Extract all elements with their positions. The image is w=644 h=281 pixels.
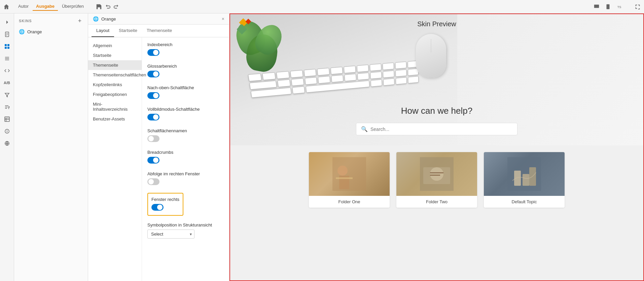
option-glossarbereich-label: Glossarbereich — [147, 64, 224, 69]
preview-search-input[interactable] — [370, 127, 512, 132]
nav-startseite[interactable]: Startseite — [88, 50, 142, 60]
nav-ausgabe[interactable]: Ausgabe — [33, 2, 58, 11]
tab-startseite[interactable]: Startseite — [114, 25, 142, 37]
key — [344, 66, 356, 73]
settings-nav: Allgemein Startseite Themenseite Themens… — [88, 37, 142, 281]
diamond-bottom — [237, 24, 247, 34]
svg-rect-15 — [5, 117, 9, 121]
toggle-schaltflächennamen[interactable] — [147, 135, 159, 142]
svg-rect-34 — [523, 174, 529, 186]
option-breadcrumbs-label: Breadcrumbs — [147, 150, 224, 155]
mouse — [416, 34, 446, 78]
option-abfolge-label: Abfolge im rechten Fenster — [147, 171, 224, 176]
mouse-divider — [431, 39, 431, 52]
skin-tab-icon: 🌐 — [93, 16, 99, 22]
desktop-icon[interactable] — [594, 4, 600, 10]
option-schaltflächennamen-label: Schaltflächennamen — [147, 128, 224, 133]
left-sidebar: A/B — [0, 13, 14, 281]
nav-themenseitenschaltflaechen[interactable]: Themenseitenschaltflächen — [88, 70, 142, 80]
key — [370, 79, 382, 87]
symbolposition-select[interactable]: Select Links Rechts — [147, 230, 194, 239]
expand-icon[interactable] — [635, 4, 641, 10]
preview-search-box: 🔍 — [356, 123, 517, 135]
card-1-svg — [332, 157, 366, 191]
key — [357, 73, 369, 80]
toggle-fenster-rechts[interactable] — [151, 204, 164, 211]
skin-tab-header: 🌐 Orange × — [88, 13, 229, 25]
nav-themenseite[interactable]: Themenseite — [88, 60, 142, 70]
logo-container — [237, 20, 250, 33]
toggle-abfolge[interactable] — [147, 178, 159, 185]
panel-header: SKINS + — [14, 13, 88, 27]
preview-search-icon: 🔍 — [361, 126, 368, 132]
toggle-vollbildmodus[interactable] — [147, 114, 159, 120]
skin-orange-label: Orange — [27, 29, 42, 34]
nav-allgemein[interactable]: Allgemein — [88, 41, 142, 50]
nav-uberprüfen[interactable]: Überprüfen — [59, 2, 87, 11]
sidebar-list-icon[interactable] — [2, 53, 12, 64]
sidebar-layout-icon[interactable] — [2, 41, 12, 52]
add-skin-button[interactable]: + — [76, 17, 83, 24]
sidebar-chevron-icon[interactable] — [2, 17, 12, 28]
key — [344, 74, 356, 81]
sidebar-circle-icon[interactable] — [2, 126, 12, 137]
preview-card-2: Folder Two — [396, 152, 477, 208]
option-indexbereich-label: Indexbereich — [147, 42, 224, 47]
svg-point-2 — [608, 8, 608, 9]
option-fenster-rechts-label: Fenster rechts — [151, 197, 179, 202]
option-fenster-rechts-highlight: Fenster rechts — [147, 193, 183, 216]
svg-rect-26 — [336, 177, 353, 179]
brand-logo — [3, 4, 9, 10]
toggle-indexbereich[interactable] — [147, 49, 159, 56]
preview-logo — [237, 20, 250, 33]
undo-button[interactable] — [105, 4, 111, 10]
tablet-icon[interactable] — [605, 4, 611, 10]
tab-themenseite[interactable]: Themenseite — [142, 25, 177, 37]
svg-rect-7 — [5, 47, 7, 49]
key — [317, 68, 329, 75]
option-breadcrumbs: Breadcrumbs — [147, 150, 224, 165]
card-3-title: Default Topic — [484, 196, 565, 208]
svg-rect-8 — [7, 47, 9, 49]
svg-rect-33 — [514, 171, 521, 186]
preview-card-3: Default Topic — [484, 152, 565, 208]
sidebar-globe-icon[interactable] — [2, 138, 12, 149]
card-img-1 — [309, 152, 390, 196]
settings-tab-bar: Layout Startseite Themenseite — [88, 25, 229, 37]
nav-autor[interactable]: Autor — [15, 2, 32, 11]
sidebar-sort-icon[interactable] — [2, 102, 12, 112]
sidebar-code-icon[interactable] — [2, 65, 12, 76]
tab-layout[interactable]: Layout — [92, 25, 114, 37]
toggle-breadcrumbs[interactable] — [147, 157, 159, 164]
redo-button[interactable] — [113, 4, 119, 10]
settings-content: Allgemein Startseite Themenseite Themens… — [88, 37, 229, 281]
key — [369, 64, 381, 71]
option-symbolposition: Symbolposition in Strukturansicht Select… — [147, 222, 224, 239]
toggle-glossarbereich[interactable] — [147, 71, 159, 77]
sidebar-ab-icon[interactable]: A/B — [2, 77, 12, 88]
preview-card-1: Folder One — [309, 152, 390, 208]
nav-mini-inhaltsverzeichnis[interactable]: Mini-Inhaltsverzeichnis — [88, 99, 142, 114]
skin-tab-close-button[interactable]: × — [222, 16, 224, 22]
sidebar-document-icon[interactable] — [2, 29, 12, 40]
skin-orange-item[interactable]: 🌐 Orange — [14, 27, 88, 36]
toggle-nach-oben[interactable] — [147, 92, 159, 99]
sidebar-filter-icon[interactable] — [2, 90, 12, 100]
preview-hero: Skin Preview How can we help? 🔍 — [230, 14, 643, 145]
top-bar-icons: TS — [594, 4, 641, 10]
option-vollbildmodus: Vollbildmodus-Schaltfläche — [147, 107, 224, 121]
sidebar-table-icon[interactable] — [2, 114, 12, 125]
nav-freigabeoptionen[interactable]: Freigabeoptionen — [88, 90, 142, 99]
card-2-svg — [420, 157, 454, 191]
skins-panel: SKINS + 🌐 Orange — [14, 13, 88, 281]
key — [407, 76, 419, 83]
save-button[interactable] — [96, 4, 102, 10]
option-indexbereich: Indexbereich — [147, 42, 224, 57]
translate-icon[interactable]: TS — [616, 4, 622, 10]
preview-inner: Skin Preview How can we help? 🔍 — [230, 14, 643, 280]
key — [303, 69, 316, 77]
key — [330, 67, 343, 74]
nav-kopfzeilenlinks[interactable]: Kopfzeilenlinks — [88, 80, 142, 90]
settings-options: Indexbereich Glossarbereich Nach-oben-Sc… — [142, 37, 229, 281]
nav-benutzer-assets[interactable]: Benutzer-Assets — [88, 114, 142, 124]
